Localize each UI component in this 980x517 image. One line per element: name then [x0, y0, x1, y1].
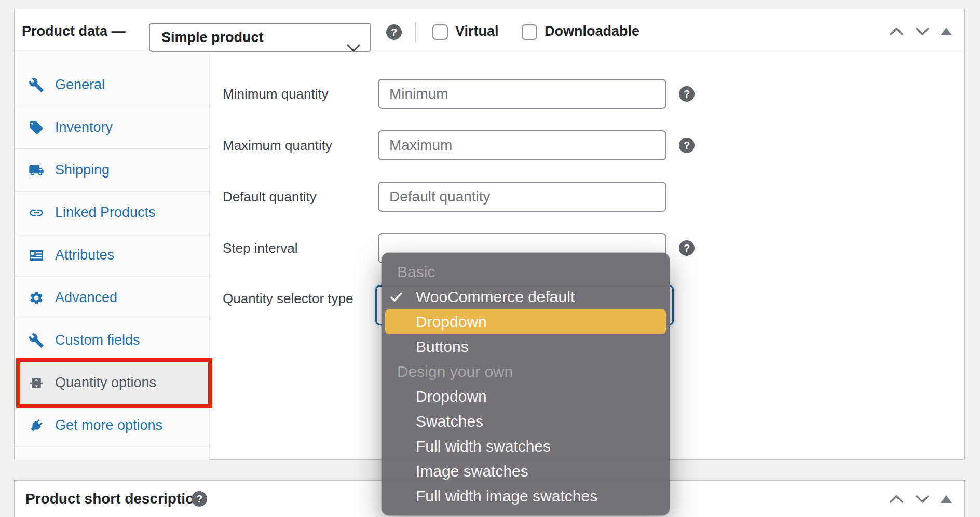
sidebar-item-label: Attributes: [55, 247, 114, 263]
move-up-icon[interactable]: [889, 26, 904, 36]
menu-option-woocommerce-default[interactable]: WooCommerce default: [382, 284, 670, 309]
help-icon[interactable]: ?: [386, 24, 402, 40]
woocommerce-product-data-screen: Product data — Simple product ? Virtual …: [0, 0, 980, 517]
quantity-stepper-icon: [29, 375, 44, 391]
menu-option-label: Full width image swatches: [416, 487, 597, 505]
product-data-tabs: General Inventory Shipping Linked Produc…: [15, 53, 210, 460]
checkmark-icon: [389, 290, 403, 304]
menu-option-label: Image swatches: [416, 462, 528, 480]
sidebar-item-label: Shipping: [55, 162, 110, 178]
help-icon[interactable]: ?: [679, 138, 695, 153]
quantity-selector-type-menu: Basic WooCommerce default Dropdown Butto…: [382, 253, 670, 515]
panel-title: Product short description: [25, 481, 203, 517]
help-icon[interactable]: ?: [679, 240, 695, 256]
move-up-icon[interactable]: [889, 494, 904, 504]
sidebar-item-label: Quantity options: [55, 375, 156, 391]
product-type-select[interactable]: Simple product: [149, 23, 371, 52]
help-icon[interactable]: ?: [679, 86, 695, 102]
menu-option-dropdown-custom[interactable]: Dropdown: [382, 384, 670, 409]
quantity-selector-type-label: Quantity selector type: [223, 289, 378, 308]
menu-option-dropdown-basic[interactable]: Dropdown: [385, 309, 666, 334]
collapse-panel-icon[interactable]: [941, 28, 952, 35]
wrench-icon: [29, 77, 44, 93]
truck-icon: [29, 162, 44, 178]
help-icon[interactable]: ?: [192, 491, 207, 507]
minimum-quantity-label: Minimum quantity: [223, 85, 378, 103]
menu-option-label: Full width swatches: [416, 438, 551, 455]
maximum-quantity-label: Maximum quantity: [223, 136, 378, 155]
virtual-checkbox[interactable]: [432, 24, 448, 40]
chevron-down-icon: [346, 34, 361, 61]
sidebar-item-advanced[interactable]: Advanced: [15, 277, 209, 319]
menu-option-buttons[interactable]: Buttons: [382, 334, 670, 359]
sidebar-item-label: Get more options: [55, 417, 162, 433]
default-quantity-input[interactable]: [378, 182, 666, 212]
panel-header-actions: [889, 9, 952, 53]
gear-icon: [29, 290, 44, 306]
wrench-icon: [29, 333, 44, 348]
menu-option-label: WooCommerce default: [416, 288, 575, 305]
menu-option-label: Buttons: [416, 338, 469, 355]
panel-title: Product data —: [22, 9, 126, 53]
default-quantity-label: Default quantity: [223, 187, 378, 206]
move-down-icon[interactable]: [915, 26, 930, 36]
menu-option-label: Dropdown: [416, 313, 487, 330]
plug-icon: [29, 418, 44, 433]
header-divider: [415, 22, 416, 42]
sidebar-item-inventory[interactable]: Inventory: [15, 106, 209, 149]
minimum-quantity-input[interactable]: [378, 79, 666, 109]
menu-option-label: Dropdown: [416, 388, 487, 405]
menu-group-basic: Basic: [382, 260, 670, 284]
product-type-value: Simple product: [161, 30, 264, 45]
virtual-label[interactable]: Virtual: [455, 9, 499, 53]
sidebar-item-general[interactable]: General: [15, 64, 209, 106]
sidebar-item-label: Advanced: [55, 290, 117, 306]
product-data-header: Product data — Simple product ? Virtual …: [15, 9, 964, 53]
attributes-card-icon: [29, 248, 44, 263]
sidebar-item-label: Linked Products: [55, 205, 156, 221]
step-interval-label: Step interval: [223, 239, 378, 257]
collapse-panel-icon[interactable]: [941, 495, 952, 503]
link-icon: [29, 205, 44, 221]
sidebar-item-label: General: [55, 77, 105, 93]
sidebar-item-attributes[interactable]: Attributes: [15, 234, 209, 277]
menu-option-label: Swatches: [416, 413, 483, 430]
sidebar-item-label: Custom fields: [55, 332, 140, 348]
panel-header-actions: [889, 481, 952, 517]
maximum-quantity-input[interactable]: [378, 130, 666, 160]
sidebar-item-shipping[interactable]: Shipping: [15, 149, 209, 192]
sidebar-item-linked-products[interactable]: Linked Products: [15, 192, 209, 234]
menu-group-design-your-own: Design your own: [382, 359, 670, 384]
menu-option-swatches[interactable]: Swatches: [382, 409, 670, 434]
menu-option-full-width-swatches[interactable]: Full width swatches: [382, 434, 670, 459]
downloadable-checkbox[interactable]: [522, 24, 537, 40]
menu-option-full-width-image-swatches[interactable]: Full width image swatches: [382, 484, 670, 509]
menu-option-image-swatches[interactable]: Image swatches: [382, 459, 670, 484]
tag-icon: [29, 120, 44, 135]
downloadable-label[interactable]: Downloadable: [545, 9, 639, 53]
sidebar-item-get-more-options[interactable]: Get more options: [15, 404, 209, 447]
sidebar-item-quantity-options[interactable]: Quantity options: [15, 362, 209, 404]
sidebar-item-custom-fields[interactable]: Custom fields: [15, 319, 209, 362]
move-down-icon[interactable]: [915, 494, 930, 504]
sidebar-item-label: Inventory: [55, 119, 113, 135]
